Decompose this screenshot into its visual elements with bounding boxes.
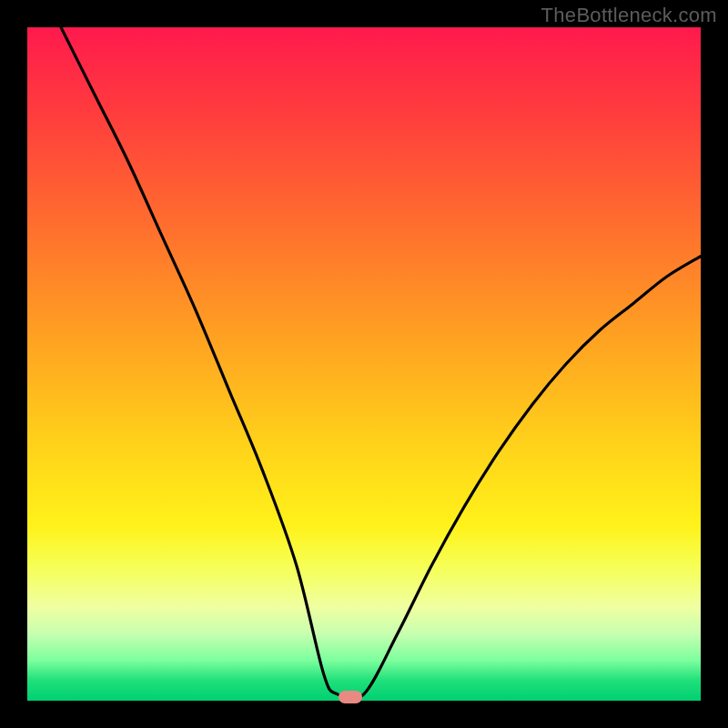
chart-frame: TheBottleneck.com (0, 0, 728, 728)
minimum-marker (339, 691, 362, 703)
curve-svg (27, 27, 701, 701)
plot-area (27, 27, 701, 701)
watermark-text: TheBottleneck.com (541, 4, 717, 27)
bottleneck-curve (61, 27, 701, 699)
